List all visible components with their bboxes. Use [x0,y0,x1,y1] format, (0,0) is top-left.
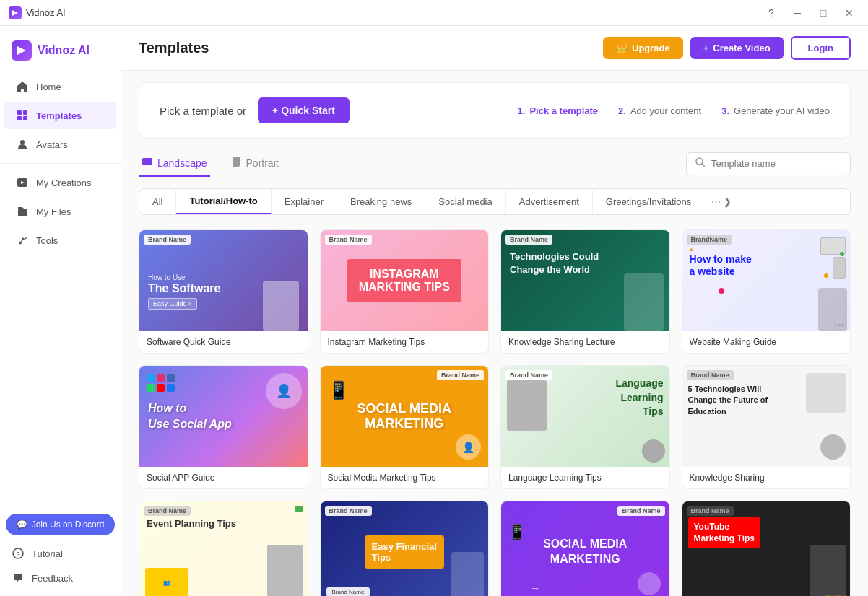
template-card-12[interactable]: Brand Name YouTubeMarketing Tips ur.com … [682,501,851,596]
cat-tab-social[interactable]: Social media [425,190,505,214]
templates-icon [16,109,29,122]
title-bar-maximize[interactable]: □ [813,3,833,23]
svg-point-11 [696,158,703,165]
template-card-9[interactable]: Brand Name Event Planning Tips 👥 Event P… [139,501,308,596]
step-3-label: Generate your AI video [734,105,830,116]
template-thumb-6: Brand Name SOCIAL MEDIAMARKETING 👤 📱 [321,366,489,467]
sidebar-item-home[interactable]: Home [4,73,116,100]
create-video-button[interactable]: + Create Video [690,37,784,59]
cat-tab-breaking[interactable]: Breaking news [337,190,425,214]
svg-line-12 [702,164,705,167]
dot-yellow [824,273,828,278]
home-icon [16,80,29,93]
title-bar-app-name: Vidnoz AI [26,7,66,18]
cat-tab-advertisement[interactable]: Advertisement [506,190,593,214]
title-bar-controls[interactable]: ? ─ □ ✕ [761,3,859,23]
sidebar-item-tools[interactable]: Tools [4,227,116,254]
cat-tab-all[interactable]: All [139,190,176,214]
avatars-icon [16,138,29,151]
sidebar-feedback-label: Feedback [32,573,73,584]
template-card-6[interactable]: Brand Name SOCIAL MEDIAMARKETING 👤 📱 Soc… [320,365,490,489]
upgrade-button[interactable]: 👑 Upgrade [603,37,683,59]
template-card-5[interactable]: How toUse Social App 👤 [139,365,308,489]
tab-landscape[interactable]: Landscape [139,150,210,177]
sidebar-item-feedback[interactable]: Feedback [0,566,121,590]
template-thumb-2: Brand Name INSTAGRAMMARKTING TIPS [321,230,489,331]
footer-tag-10: Brand Name [326,587,370,596]
pick-template-left: Pick a template or + Quick Start [160,97,350,123]
files-icon [16,205,29,218]
avatar-7 [642,439,665,463]
title-bar-help[interactable]: ? [761,3,781,23]
template-card-7[interactable]: Brand Name LanguageLearningTips Language… [500,365,670,489]
template-search-box[interactable] [686,152,851,175]
template-thumb-7: Brand Name LanguageLearningTips [501,366,669,467]
template-card-10[interactable]: Brand Name Easy Financial Tips Brand Nam… [320,501,490,596]
create-plus-icon: + [703,43,709,53]
sidebar-item-files[interactable]: My Files [4,198,116,225]
template-thumb-4: BrandName ● How to makea website ●●● [682,230,851,331]
sidebar: Vidnoz AI Home Templates Avatars M [0,26,121,596]
cat-tab-explainer[interactable]: Explainer [272,190,337,214]
sidebar-item-avatars[interactable]: Avatars [4,131,116,158]
thumb-text-7: LanguageLearningTips [615,377,663,419]
thumb-text-12: YouTubeMarketing Tips [688,517,760,548]
search-input[interactable] [711,158,841,169]
app-container: Vidnoz AI Home Templates Avatars M [0,26,868,596]
brand-tag-4: BrandName [687,235,732,245]
creations-icon [16,176,29,189]
svg-rect-2 [23,110,27,115]
tab-portrait[interactable]: Portrait [227,150,282,177]
sidebar-logo: Vidnoz AI [0,32,121,72]
sidebar-item-creations[interactable]: My Creations [4,169,116,196]
event-image-9: 👥 [145,568,188,596]
cat-tab-more[interactable]: ⋯ ❯ [704,192,739,211]
template-label-8: Knowledge Sharing [682,467,851,488]
avatar-5: 👤 [266,373,302,409]
brand-tag-12: Brand Name [687,506,734,516]
app-logo-small [9,6,22,19]
thumb-text-2: INSTAGRAMMARKTING TIPS [347,259,461,302]
person-3 [624,273,664,331]
template-card-4[interactable]: BrandName ● How to makea website ●●● [682,229,851,354]
image-8 [806,373,846,413]
discord-button[interactable]: 💬 Join Us on Discord [6,514,115,535]
svg-rect-1 [17,110,22,115]
sidebar-item-templates-label: Templates [36,110,82,121]
crown-icon: 👑 [616,43,628,53]
template-card-11[interactable]: Brand Name SOCIAL MEDIAMARKETING 📱 → Pur… [500,501,670,596]
sidebar-item-files-label: My Files [36,206,71,217]
main-content: Templates 👑 Upgrade + Create Video Login… [121,26,868,596]
watermark-12: ur.com [826,592,846,596]
template-card-3[interactable]: Brand Name Technologies Could Change the… [500,229,670,354]
templates-area: Landscape Portrait All Tut [121,150,868,596]
template-card-1[interactable]: Brand Name How to Use The Software Easy … [139,229,308,354]
quick-start-button[interactable]: + Quick Start [258,97,350,123]
login-button[interactable]: Login [791,36,851,60]
avatar-6: 👤 [456,434,481,460]
main-header: Templates 👑 Upgrade + Create Video Login [121,26,868,71]
sidebar-divider [0,163,121,164]
category-tabs: All Tutorial/How-to Explainer Breaking n… [139,188,851,215]
sidebar-item-tutorial[interactable]: ? Tutorial [0,541,121,566]
title-bar: Vidnoz AI ? ─ □ ✕ [0,0,868,26]
template-card-8[interactable]: Brand Name 5 Technologies Will Change th… [682,365,851,489]
sidebar-item-templates[interactable]: Templates [4,102,116,129]
brand-tag-2: Brand Name [325,235,372,245]
title-bar-minimize[interactable]: ─ [787,3,807,23]
svg-rect-10 [233,157,240,167]
brand-tag-3: Brand Name [505,235,552,245]
cat-tab-greetings[interactable]: Greetings/Invitations [593,190,705,214]
person-12 [810,545,846,596]
svg-point-5 [20,140,25,144]
cat-tab-tutorial[interactable]: Tutorial/How-to [176,189,271,214]
template-label-1: Software Quick Guide [139,331,308,353]
brand-tag-6: Brand Name [437,370,484,380]
brand-tag-10: Brand Name [325,506,372,516]
template-label-5: Social APP Guide [139,467,308,488]
template-card-2[interactable]: Brand Name INSTAGRAMMARKTING TIPS Instag… [320,229,490,354]
pick-text: Pick a template or [160,105,246,117]
avatar-11 [638,572,661,595]
title-bar-close[interactable]: ✕ [839,3,859,23]
template-label-3: Knowledge Sharing Lecture [501,331,669,353]
